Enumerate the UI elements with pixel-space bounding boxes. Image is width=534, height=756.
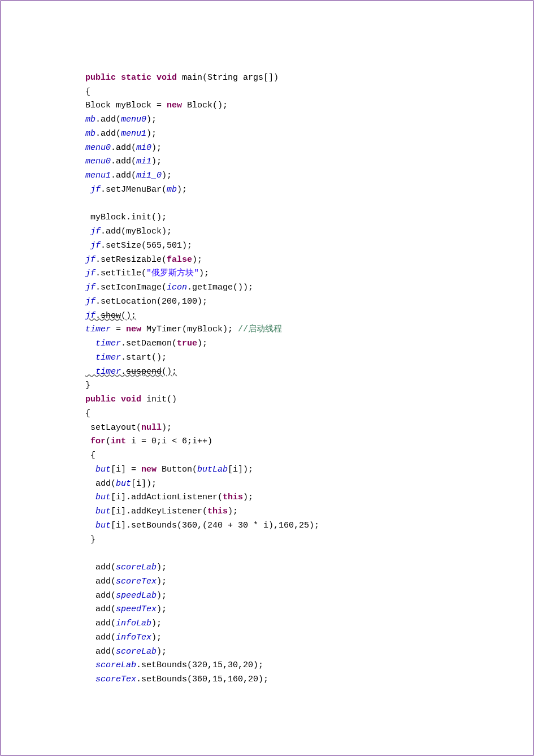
txt: );: [177, 185, 187, 195]
ref-jf: jf: [85, 241, 101, 250]
ref-mi0: mi0: [136, 143, 151, 153]
ref-speedlab: speedLab: [116, 591, 157, 601]
brace-close: }: [85, 535, 95, 545]
txt: );: [157, 604, 167, 614]
txt: );: [151, 157, 162, 166]
txt: add(: [85, 577, 116, 586]
code-block: public static void main(String args[]) {…: [85, 57, 454, 687]
txt: .add(: [111, 143, 136, 153]
ref-mb: mb: [167, 185, 177, 195]
txt: .getImage());: [187, 283, 253, 292]
kw-new: new: [126, 325, 141, 334]
ref-menu0: menu0: [85, 143, 111, 153]
ref-timer: timer: [85, 339, 121, 348]
ref-scoretex: scoreTex: [85, 675, 136, 684]
txt: add(: [85, 633, 116, 642]
txt: );: [151, 619, 162, 628]
brace-open: {: [85, 451, 95, 460]
brace-open: {: [85, 87, 90, 97]
kw-false: false: [167, 255, 192, 265]
ref-menu0: menu0: [85, 157, 111, 166]
main-sig: main(String args[]): [177, 73, 279, 83]
txt: .setBounds(320,15,30,20);: [136, 660, 263, 670]
kw-new: new: [167, 101, 182, 110]
ref-scorelab: scoreLab: [116, 563, 157, 572]
ref-mi1: mi1: [136, 157, 151, 166]
ref-but: but: [85, 465, 111, 474]
txt: );: [243, 493, 253, 502]
txt: );: [157, 563, 167, 572]
ref-jf: jf: [85, 255, 95, 265]
txt: Button(: [157, 465, 197, 474]
ref-infolab: infoLab: [116, 619, 151, 628]
ref-jf: jf: [85, 297, 95, 306]
kw-public-static-void: public static void: [85, 73, 177, 83]
txt: [i] =: [111, 465, 141, 474]
ref-menu1: menu1: [121, 129, 146, 139]
txt: );: [197, 339, 207, 348]
comment: //启动线程: [238, 325, 282, 334]
txt: );: [157, 591, 167, 601]
txt: ();: [121, 311, 136, 321]
deprecated-suspend: suspend: [126, 367, 162, 377]
txt: add(: [85, 647, 116, 656]
ref-jf: jf: [85, 269, 95, 278]
txt: );: [228, 507, 238, 516]
brace-open: {: [85, 409, 90, 418]
txt: );: [199, 269, 209, 278]
init-sig: init(): [141, 395, 177, 404]
ref-scorelab: scoreLab: [85, 660, 136, 670]
txt: );: [157, 647, 167, 656]
ref-jf: jf: [85, 227, 101, 236]
ref-timer: timer: [85, 353, 121, 362]
ref-timer: timer: [85, 325, 111, 334]
ref-mb: mb: [85, 129, 95, 139]
txt: [85, 437, 90, 446]
txt: .setTitle(: [95, 269, 146, 278]
txt: .add(: [95, 129, 121, 139]
txt: .setDaemon(: [121, 339, 177, 348]
txt: =: [111, 325, 126, 334]
kw-this: this: [223, 493, 243, 502]
code-page: public static void main(String args[]) {…: [0, 0, 534, 756]
ref-jf: jf: [85, 311, 95, 321]
ref-menu0: menu0: [121, 115, 146, 124]
txt: MyTimer(myBlock);: [141, 325, 238, 334]
ref-scoretex: scoreTex: [116, 577, 157, 586]
txt: [i]);: [131, 479, 157, 489]
kw-new: new: [141, 465, 157, 474]
txt: [i].setBounds(360,(240 + 30 * i),160,25)…: [111, 521, 319, 530]
kw-int: int: [111, 437, 126, 446]
txt: setLayout(: [85, 423, 141, 433]
txt: );: [162, 423, 172, 433]
txt: Block myBlock =: [85, 101, 167, 110]
txt: .: [121, 367, 126, 377]
txt: [i].addActionListener(: [111, 493, 223, 502]
txt: myBlock.init();: [85, 213, 167, 222]
kw-for: for: [90, 437, 106, 446]
txt: );: [157, 577, 167, 586]
txt: );: [146, 115, 157, 124]
ref-icon: icon: [167, 283, 187, 292]
ref-timer: timer: [85, 367, 121, 377]
txt: .setIconImage(: [95, 283, 167, 292]
ref-jf: jf: [85, 283, 95, 292]
txt: .add(: [95, 115, 121, 124]
kw-true: true: [177, 339, 197, 348]
txt: [i]);: [228, 465, 253, 474]
ref-but: but: [85, 521, 111, 530]
txt: add(: [85, 619, 116, 628]
txt: .setResizable(: [95, 255, 167, 265]
txt: .setLocation(200,100);: [95, 297, 207, 306]
ref-menu1: menu1: [85, 171, 111, 180]
kw-this: this: [207, 507, 228, 516]
txt: .add(myBlock);: [101, 227, 172, 236]
txt: );: [146, 129, 157, 139]
ref-scorelab: scoreLab: [116, 647, 157, 656]
txt: .: [95, 311, 101, 321]
txt: add(: [85, 563, 116, 572]
txt: .setJMenuBar(: [101, 185, 167, 195]
txt: );: [151, 633, 162, 642]
txt: .setBounds(360,15,160,20);: [136, 675, 268, 684]
ref-but: but: [116, 479, 131, 489]
